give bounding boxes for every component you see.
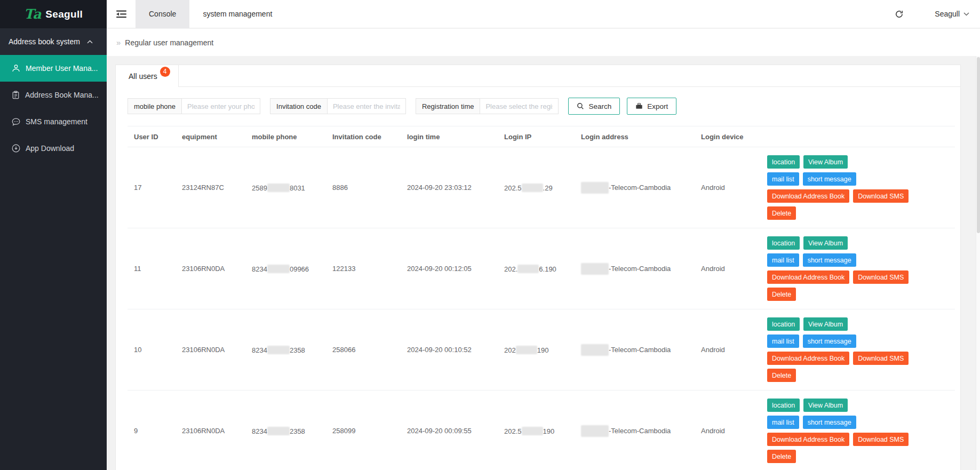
brand-logo: Ta Seagull [0,0,107,28]
location-button[interactable]: location [767,317,800,331]
mobile-phone-input[interactable] [182,98,260,114]
download-sms-button[interactable]: Download SMS [853,433,909,446]
refresh-icon[interactable] [895,10,904,19]
invitation-code-input[interactable] [328,98,406,114]
filter-registration-time: Registration time [416,98,559,114]
location-button[interactable]: location [767,236,800,250]
table-row: 1123106RN0DA8234099661221332024-09-20 00… [128,228,955,309]
scrollbar-thumb[interactable] [977,57,980,233]
breadcrumb: » Regular user management [107,29,980,56]
redacted-ip [517,265,539,273]
filter-invitation-code: Invitation code [270,98,406,114]
table-row: 923106RN0DA823423582580992024-09-20 00:0… [128,391,955,470]
download-address-book-button[interactable]: Download Address Book [767,189,849,203]
tab-all-users[interactable]: All users 4 [116,65,179,87]
registration-time-input[interactable] [480,98,559,114]
location-button[interactable]: location [767,155,800,169]
cell-actions: locationView Albummail listshort message… [761,309,955,391]
chevron-up-icon [87,40,93,44]
cell-equipment: 23124RN87C [176,147,245,228]
vertical-scrollbar[interactable] [976,56,980,470]
cell-login-address: -Telecom-Cambodia [575,228,695,309]
download-address-book-button[interactable]: Download Address Book [767,433,849,446]
col-equipment: equipment [176,126,245,147]
filter-mobile-phone: mobile phone [128,98,260,114]
filter-invitation-code-label: Invitation code [270,98,328,114]
mail-list-button[interactable]: mail list [767,334,799,348]
cell-login-device: Android [695,391,761,470]
redacted-address [581,263,609,275]
redacted-ip [522,184,543,192]
view-album-button[interactable]: View Album [803,317,848,331]
redacted-address [581,425,609,437]
short-message-button[interactable]: short message [803,416,856,429]
download-sms-button[interactable]: Download SMS [853,352,909,365]
cell-login-address: -Telecom-Cambodia [575,147,695,228]
mail-list-button[interactable]: mail list [767,253,799,267]
redacted-phone [267,427,290,435]
sidebar-item-address-book-management[interactable]: Address Book Mana... [0,82,107,108]
cell-mobile-phone: 82342358 [245,391,326,470]
cell-login-time: 2024-09-20 00:12:05 [401,228,498,309]
col-invitation-code: Invitation code [326,126,401,147]
delete-button[interactable]: Delete [767,288,796,301]
col-user-id: User ID [128,126,176,147]
collapse-menu-icon[interactable] [116,10,126,18]
location-button[interactable]: location [767,399,800,412]
cell-login-time: 2024-09-20 00:10:52 [401,309,498,391]
cell-equipment: 23106RN0DA [176,309,245,391]
user-menu[interactable]: Seagull [935,10,969,18]
sidebar-group-label: Address book system [9,37,80,46]
brand-logo-icon: Ta [24,7,41,21]
cell-login-device: Android [695,309,761,391]
mail-list-button[interactable]: mail list [767,416,799,429]
brand-name: Seagull [45,9,83,20]
cell-user-id: 17 [128,147,176,228]
cell-login-device: Android [695,228,761,309]
sidebar-item-member-user-management[interactable]: Member User Mana... [0,55,107,82]
redacted-address [581,182,609,194]
sidebar-item-app-download[interactable]: App Download [0,135,107,162]
sidebar-item-sms-management[interactable]: SMS management [0,108,107,135]
sidebar-item-label: App Download [26,144,74,153]
view-album-button[interactable]: View Album [803,399,848,412]
sidebar-group-address-book-system[interactable]: Address book system [0,28,107,55]
view-album-button[interactable]: View Album [803,236,848,250]
user-menu-label: Seagull [935,10,960,18]
cell-login-address: -Telecom-Cambodia [575,309,695,391]
download-sms-button[interactable]: Download SMS [853,189,909,203]
delete-button[interactable]: Delete [767,369,796,382]
export-button[interactable]: Export [627,98,676,115]
filter-mobile-phone-label: mobile phone [128,98,182,114]
download-address-book-button[interactable]: Download Address Book [767,270,849,284]
topbar-tab-system-management[interactable]: system management [189,0,285,28]
cell-actions: locationView Albummail listshort message… [761,228,955,309]
clipboard-icon [12,91,20,99]
view-album-button[interactable]: View Album [803,155,848,169]
search-button-label: Search [588,102,611,110]
short-message-button[interactable]: short message [803,334,856,348]
short-message-button[interactable]: short message [803,172,856,186]
topbar-tab-console[interactable]: Console [136,0,189,28]
delete-button[interactable]: Delete [767,450,796,463]
cell-invitation-code: 258099 [326,391,401,470]
redacted-phone [267,265,290,273]
cell-login-ip: 202.5.29 [498,147,575,228]
cell-mobile-phone: 823409966 [245,228,326,309]
cell-user-id: 10 [128,309,176,391]
delete-button[interactable]: Delete [767,206,796,220]
cell-mobile-phone: 82342358 [245,309,326,391]
search-icon [577,102,584,110]
download-address-book-button[interactable]: Download Address Book [767,352,849,365]
cell-login-ip: 202.5190 [498,391,575,470]
tab-all-users-label: All users [129,72,157,81]
mail-list-button[interactable]: mail list [767,172,799,186]
download-sms-button[interactable]: Download SMS [853,270,909,284]
card-tabbar: All users 4 [116,65,960,87]
cell-invitation-code: 258066 [326,309,401,391]
short-message-button[interactable]: short message [803,253,856,267]
cell-login-time: 2024-09-20 00:09:55 [401,391,498,470]
redacted-ip [522,427,543,435]
search-button[interactable]: Search [568,98,620,115]
chevron-down-icon [963,12,969,16]
